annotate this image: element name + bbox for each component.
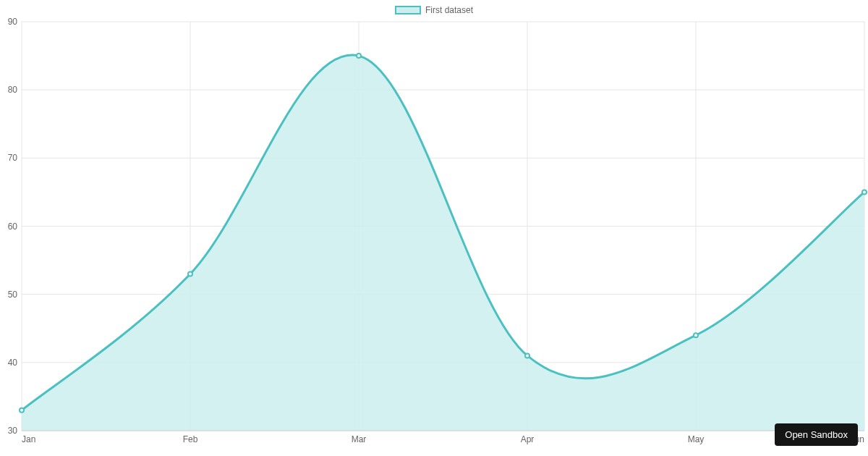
- data-point: [525, 353, 529, 358]
- data-point: [862, 190, 867, 194]
- chart-container: First dataset 30405060708090JanFebMarApr…: [0, 0, 868, 456]
- y-tick-label: 90: [8, 17, 18, 27]
- y-tick-label: 60: [8, 221, 18, 232]
- data-point: [20, 408, 24, 413]
- y-tick-label: 70: [8, 153, 18, 163]
- x-tick-label: Feb: [183, 434, 198, 444]
- chart-svg: 30405060708090JanFebMarAprMayJun: [0, 0, 868, 456]
- data-point: [694, 333, 698, 337]
- y-tick-label: 80: [8, 85, 18, 95]
- x-tick-label: Mar: [352, 434, 367, 444]
- data-point: [357, 54, 361, 58]
- area-fill: [22, 55, 864, 431]
- x-tick-label: May: [688, 434, 705, 444]
- data-point: [188, 271, 192, 276]
- y-tick-label: 40: [8, 358, 18, 368]
- open-sandbox-button[interactable]: Open Sandbox: [775, 423, 858, 446]
- x-tick-label: Jan: [22, 434, 35, 444]
- y-tick-label: 30: [8, 426, 18, 436]
- x-tick-label: Apr: [521, 434, 535, 444]
- y-tick-label: 50: [8, 290, 18, 300]
